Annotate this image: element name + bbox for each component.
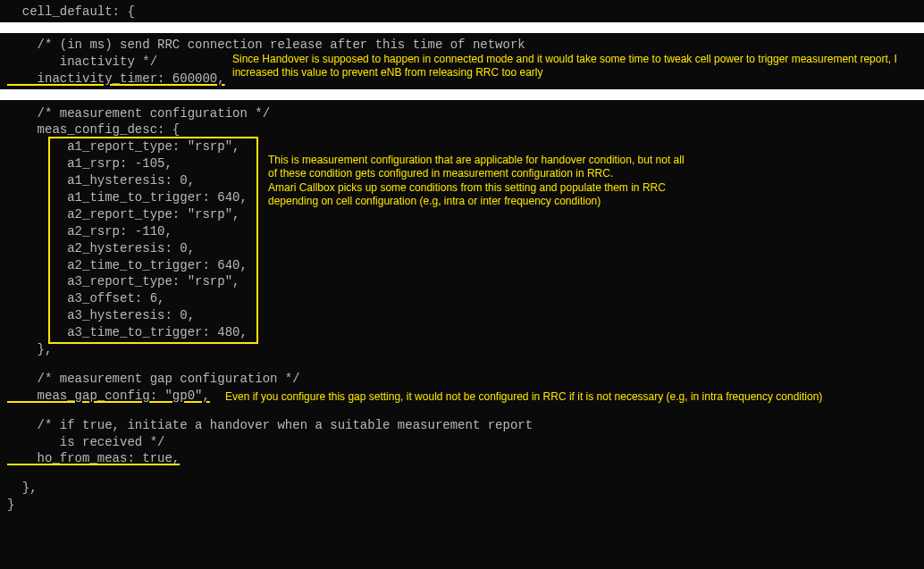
- config-param: a3_hysteresis: 0,: [7, 307, 917, 324]
- meas-config-section: /* measurement configuration */ meas_con…: [0, 100, 924, 516]
- meas-config-comment: /* measurement configuration */: [7, 105, 917, 122]
- inactivity-timer-underlined: inactivity_timer: 600000,: [7, 71, 225, 86]
- ho-comment-line1: /* if true, initiate a handover when a s…: [7, 417, 917, 434]
- meas-config-close: },: [7, 341, 917, 358]
- config-param: a3_time_to_trigger: 480,: [7, 324, 917, 341]
- config-param: a3_offset: 6,: [7, 290, 917, 307]
- gap-setting-underlined: meas_gap_config: "gp0",: [7, 389, 210, 403]
- gap-comment: /* measurement gap configuration */: [7, 371, 917, 388]
- config-param: a3_report_type: "rsrp",: [7, 273, 917, 290]
- inactivity-section: /* (in ms) send RRC connection release a…: [0, 33, 924, 89]
- meas-config-annotation: This is measurement configuration that a…: [268, 154, 894, 209]
- inactivity-annotation: Since Handover is supposed to happen in …: [232, 53, 911, 80]
- config-param: a2_rsrp: -110,: [7, 223, 917, 240]
- ho-comment-line2: is received */: [7, 434, 917, 451]
- comment-line: /* (in ms) send RRC connection release a…: [7, 37, 917, 54]
- meas-config-open: meas_config_desc: {: [7, 121, 917, 138]
- separator-bar-2: [0, 89, 924, 100]
- gap-annotation: Even if you configure this gap setting, …: [225, 390, 913, 405]
- config-param: a2_time_to_trigger: 640,: [7, 257, 917, 274]
- close-brace-1: },: [7, 480, 917, 497]
- config-param: a2_hysteresis: 0,: [7, 240, 917, 257]
- separator-bar-1: [0, 22, 924, 33]
- ho-setting-underlined: ho_from_meas: true,: [7, 451, 180, 465]
- cell-default-open: cell_default: {: [7, 4, 917, 21]
- code-top-section: cell_default: {: [0, 0, 924, 22]
- ho-setting: ho_from_meas: true,: [7, 450, 917, 467]
- close-brace-2: }: [7, 497, 917, 514]
